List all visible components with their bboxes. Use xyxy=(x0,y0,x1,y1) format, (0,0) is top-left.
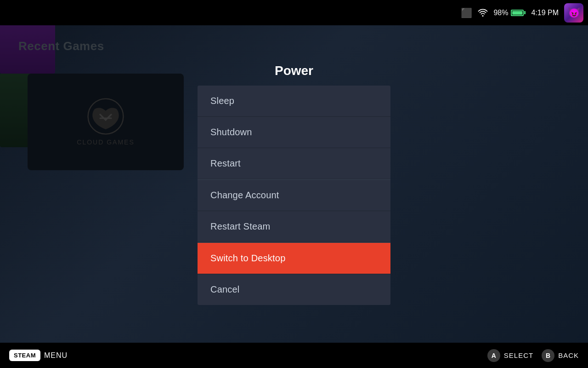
battery-indicator: 98% xyxy=(493,9,526,17)
menu-item-restart[interactable]: Restart xyxy=(198,148,390,179)
bottom-bar: STEAM MENU A SELECT B BACK xyxy=(0,343,588,368)
xbox-logo-icon xyxy=(87,98,124,135)
time-display: 4:19 PM xyxy=(531,9,559,17)
menu-item-change-account[interactable]: Change Account xyxy=(198,179,390,211)
steam-pill[interactable]: STEAM xyxy=(9,350,40,361)
back-btn-circle: B xyxy=(542,349,554,362)
select-btn-circle: A xyxy=(487,349,500,362)
dialog-title: Power xyxy=(275,63,313,78)
menu-item-shutdown[interactable]: Shutdown xyxy=(198,117,390,148)
back-btn-label: BACK xyxy=(558,351,579,359)
power-menu: SleepShutdownRestartChange AccountRestar… xyxy=(198,86,390,305)
select-control[interactable]: A SELECT xyxy=(487,349,533,362)
battery-icon xyxy=(511,10,526,16)
sd-card-icon: ⬛ xyxy=(461,7,472,18)
select-btn-label: SELECT xyxy=(504,351,533,359)
power-dialog: Power SleepShutdownRestartChange Account… xyxy=(198,63,390,305)
avatar[interactable]: 😈 xyxy=(564,3,583,23)
status-bar: ⬛ 98% 4:19 PM 😈 xyxy=(0,0,588,25)
menu-item-cancel[interactable]: Cancel xyxy=(198,274,390,305)
menu-label: MENU xyxy=(44,351,68,360)
cloud-games-text: CLOUD GAMES xyxy=(77,138,134,146)
menu-item-sleep[interactable]: Sleep xyxy=(198,86,390,117)
menu-item-restart-steam[interactable]: Restart Steam xyxy=(198,211,390,242)
battery-percent: 98% xyxy=(493,9,508,17)
wifi-icon xyxy=(478,9,488,17)
xbox-cloud-card: CLOUD GAMES xyxy=(28,74,184,170)
back-control[interactable]: B BACK xyxy=(542,349,579,362)
menu-item-switch-to-desktop[interactable]: Switch to Desktop xyxy=(198,242,390,274)
avatar-emoji: 😈 xyxy=(568,7,580,19)
recent-games-label: Recent Games xyxy=(18,39,104,53)
bottom-right-controls: A SELECT B BACK xyxy=(487,349,579,362)
steam-button[interactable]: STEAM MENU xyxy=(9,350,68,361)
